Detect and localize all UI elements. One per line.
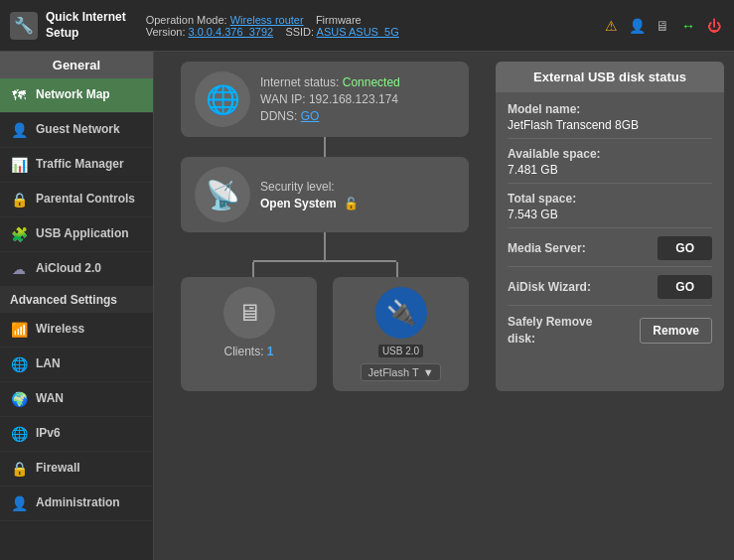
- internet-node[interactable]: 🌐 Internet status: Connected WAN IP: 192…: [181, 62, 469, 137]
- warning-icon[interactable]: ⚠: [601, 16, 621, 36]
- clients-node[interactable]: 🖥 Clients: 1: [181, 277, 317, 391]
- usb-badge: USB 2.0: [378, 345, 423, 357]
- usb-device-name: JetFlash T: [367, 366, 418, 378]
- general-section-header: General: [0, 52, 153, 78]
- divider-5: [508, 305, 712, 306]
- usb-node[interactable]: 🔌 USB 2.0 JetFlash T ▼: [333, 277, 469, 391]
- router-icon: 📡: [195, 167, 250, 222]
- power-icon[interactable]: ⏻: [704, 16, 724, 36]
- operation-mode-label: Operation Mode:: [146, 14, 227, 26]
- media-server-go-button[interactable]: GO: [658, 236, 712, 260]
- clients-count: 1: [267, 345, 274, 358]
- internet-status: Internet status: Connected: [260, 75, 455, 89]
- status-value: Connected: [343, 75, 400, 89]
- advanced-settings-label: Advanced Settings: [10, 293, 117, 307]
- sidebar-item-wan[interactable]: 🌍 WAN: [0, 382, 153, 417]
- wireless-icon: 📶: [10, 321, 28, 339]
- divider-3: [508, 227, 712, 228]
- connector-1: [324, 137, 326, 157]
- sidebar-label-administration: Administration: [36, 495, 120, 511]
- divider-1: [508, 138, 712, 139]
- available-space-label: Available space:: [508, 147, 712, 161]
- total-space-value: 7.543 GB: [508, 208, 712, 221]
- ddns-line: DDNS: GO: [260, 109, 455, 123]
- available-space-value: 7.481 GB: [508, 163, 712, 177]
- aicloud-icon: ☁: [10, 260, 28, 278]
- sidebar-label-traffic-manager: Traffic Manager: [36, 157, 124, 173]
- security-value-line: Open System 🔓: [260, 197, 455, 210]
- sidebar-item-aicloud[interactable]: ☁ AiCloud 2.0: [0, 252, 153, 287]
- safe-remove-row: Safely Remove disk: Remove: [508, 314, 712, 348]
- sidebar-label-firewall: Firewall: [36, 461, 80, 477]
- bottom-nodes: 🖥 Clients: 1 🔌 USB 2.0 JetFlash T ▼: [181, 277, 469, 391]
- model-name-value: JetFlash Transcend 8GB: [508, 118, 712, 132]
- firmware-label: Firmware: [316, 14, 362, 26]
- clients-icon: 🖥: [223, 287, 275, 339]
- aidisk-go-button[interactable]: GO: [658, 275, 712, 299]
- security-info: Security level: Open System 🔓: [260, 180, 455, 210]
- advanced-settings-header: Advanced Settings: [0, 287, 153, 313]
- leaf-conn-right: [396, 262, 398, 277]
- sidebar-label-usb-application: USB Application: [36, 226, 129, 242]
- quick-setup-area[interactable]: 🔧 Quick Internet Setup: [10, 10, 126, 41]
- ddns-label: DDNS:: [260, 109, 297, 123]
- router-security-node[interactable]: 📡 Security level: Open System 🔓: [181, 157, 469, 232]
- sidebar-item-usb-application[interactable]: 🧩 USB Application: [0, 217, 153, 252]
- version-value[interactable]: 3.0.0.4.376_3792: [189, 26, 274, 38]
- clients-text: Clients:: [223, 345, 263, 358]
- ipv6-icon: 🌐: [10, 425, 28, 443]
- main-layout: General 🗺 Network Map 👤 Guest Network 📊 …: [0, 52, 734, 560]
- network-icon[interactable]: 🖥: [653, 16, 672, 36]
- sidebar-item-traffic-manager[interactable]: 📊 Traffic Manager: [0, 148, 153, 183]
- clients-label: Clients: 1: [223, 345, 273, 358]
- top-bar-icons: ⚠ 👤 🖥 ↔ ⏻: [601, 16, 724, 36]
- sidebar-item-lan[interactable]: 🌐 LAN: [0, 348, 153, 382]
- connected-icon[interactable]: ↔: [678, 16, 698, 36]
- version-label: Version:: [146, 26, 186, 38]
- divider-4: [508, 266, 712, 267]
- usb-disk-panel: External USB disk status Model name: Jet…: [496, 62, 724, 391]
- internet-info: Internet status: Connected WAN IP: 192.1…: [260, 75, 455, 123]
- total-space-label: Total space:: [508, 192, 712, 206]
- remove-button[interactable]: Remove: [640, 318, 712, 344]
- wan-icon: 🌍: [10, 390, 28, 408]
- sidebar-item-administration[interactable]: 👤 Administration: [0, 487, 153, 521]
- ssid-value[interactable]: ASUS ASUS_5G: [317, 26, 399, 38]
- sidebar-label-lan: LAN: [36, 356, 61, 372]
- model-name-label: Model name:: [508, 102, 712, 116]
- aidisk-row: AiDisk Wizard: GO: [508, 275, 712, 299]
- network-map-icon: 🗺: [10, 86, 28, 104]
- security-level-line: Security level:: [260, 180, 455, 194]
- guest-network-icon: 👤: [10, 121, 28, 139]
- general-label: General: [53, 58, 100, 72]
- top-bar: 🔧 Quick Internet Setup Operation Mode: W…: [0, 0, 734, 52]
- sidebar-item-firewall[interactable]: 🔒 Firewall: [0, 452, 153, 487]
- sidebar-label-aicloud: AiCloud 2.0: [36, 261, 101, 277]
- security-value: Open System: [260, 197, 337, 210]
- sidebar-label-ipv6: IPv6: [36, 426, 61, 442]
- leaf-conn-left: [252, 262, 254, 277]
- sidebar-item-parental-controls[interactable]: 🔒 Parental Controls: [0, 183, 153, 217]
- sidebar-item-network-map[interactable]: 🗺 Network Map: [0, 78, 153, 113]
- quick-setup-icon: 🔧: [10, 12, 38, 40]
- traffic-manager-icon: 📊: [10, 156, 28, 174]
- sidebar-item-ipv6[interactable]: 🌐 IPv6: [0, 417, 153, 452]
- divider-2: [508, 183, 712, 184]
- quick-setup-label[interactable]: Quick Internet Setup: [46, 10, 126, 41]
- sidebar-item-guest-network[interactable]: 👤 Guest Network: [0, 113, 153, 148]
- wan-ip-value: 192.168.123.174: [309, 92, 398, 106]
- usb-device-dropdown[interactable]: JetFlash T ▼: [361, 363, 440, 381]
- dropdown-arrow-icon: ▼: [423, 366, 434, 378]
- operation-mode-value[interactable]: Wireless router: [230, 14, 304, 26]
- sidebar-item-wireless[interactable]: 📶 Wireless: [0, 313, 153, 348]
- header-info: Operation Mode: Wireless router Firmware…: [146, 14, 399, 38]
- usb-panel-body: Model name: JetFlash Transcend 8GB Avail…: [496, 92, 724, 357]
- user-icon[interactable]: 👤: [627, 16, 647, 36]
- security-label: Security level:: [260, 180, 335, 194]
- ssid-label: SSID:: [285, 26, 314, 38]
- leaf-connectors: [181, 262, 469, 277]
- network-map-area: 🌐 Internet status: Connected WAN IP: 192…: [164, 62, 724, 391]
- map-diagram: 🌐 Internet status: Connected WAN IP: 192…: [164, 62, 486, 391]
- globe-icon: 🌐: [195, 71, 250, 127]
- ddns-link[interactable]: GO: [301, 109, 320, 123]
